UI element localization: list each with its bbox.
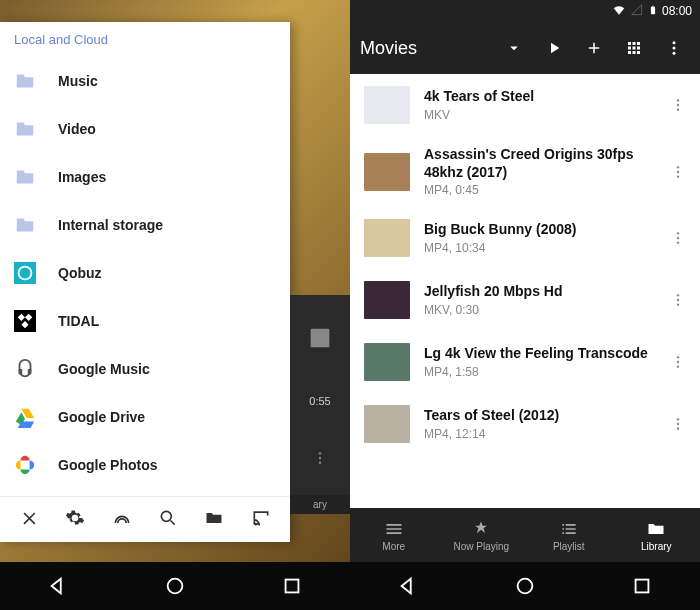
- movie-meta: MKV, 0:30: [424, 303, 652, 317]
- settings-button[interactable]: [52, 508, 98, 532]
- movie-meta: MP4, 10:34: [424, 241, 652, 255]
- svg-point-31: [677, 170, 679, 172]
- svg-point-44: [677, 427, 679, 429]
- wifi-icon: [612, 3, 626, 20]
- back-button[interactable]: [388, 574, 428, 598]
- svg-rect-18: [628, 47, 631, 50]
- movie-more-button[interactable]: [666, 288, 690, 312]
- overflow-button[interactable]: [658, 32, 690, 64]
- tab-label: Playlist: [553, 541, 585, 552]
- svg-point-10: [161, 511, 171, 521]
- drawer-item-dropbox[interactable]: Dropbox: [0, 489, 290, 496]
- movie-more-button[interactable]: [666, 412, 690, 436]
- gmusic-icon: [14, 358, 36, 380]
- movie-meta: MP4, 0:45: [424, 183, 652, 197]
- drawer-item-label: Google Drive: [58, 409, 145, 425]
- svg-rect-22: [633, 51, 636, 54]
- tab-library[interactable]: Library: [613, 508, 701, 562]
- bottom-tabs: More Now Playing Playlist Library: [350, 508, 700, 562]
- grid-button[interactable]: [618, 32, 650, 64]
- add-button[interactable]: [578, 32, 610, 64]
- svg-point-36: [677, 294, 679, 296]
- movie-list[interactable]: 4k Tears of SteelMKVAssassin's Creed Ori…: [350, 74, 700, 508]
- movie-info: 4k Tears of SteelMKV: [424, 88, 652, 122]
- movie-info: Lg 4k View the Feeling TranscodeMP4, 1:5…: [424, 345, 652, 379]
- gphotos-icon: [14, 454, 36, 476]
- svg-point-43: [677, 423, 679, 425]
- signal-icon: [630, 3, 644, 20]
- tab-playlist[interactable]: Playlist: [525, 508, 613, 562]
- drawer-item-label: Google Photos: [58, 457, 158, 473]
- folder-icon: [14, 214, 36, 236]
- movie-more-button[interactable]: [666, 160, 690, 184]
- movie-meta: MP4, 12:14: [424, 427, 652, 441]
- home-button[interactable]: [505, 574, 545, 598]
- svg-rect-13: [651, 6, 655, 14]
- drawer-item-label: Video: [58, 121, 96, 137]
- rainbow-button[interactable]: [99, 508, 145, 532]
- svg-point-1: [319, 452, 321, 454]
- svg-point-41: [677, 365, 679, 367]
- movie-item[interactable]: 4k Tears of SteelMKV: [350, 74, 700, 136]
- movie-more-button[interactable]: [666, 350, 690, 374]
- movie-item[interactable]: Big Buck Bunny (2008)MP4, 10:34: [350, 207, 700, 269]
- drawer-item-google-music[interactable]: Google Music: [0, 345, 290, 393]
- drawer-item-tidal[interactable]: TIDAL: [0, 297, 290, 345]
- back-button[interactable]: [38, 574, 78, 598]
- svg-rect-23: [637, 51, 640, 54]
- tab-label: Library: [641, 541, 672, 552]
- status-bar-left: [0, 0, 350, 22]
- drawer-item-google-drive[interactable]: Google Drive: [0, 393, 290, 441]
- close-button[interactable]: [6, 508, 52, 532]
- movie-meta: MKV: [424, 108, 652, 122]
- drawer-item-google-photos[interactable]: Google Photos: [0, 441, 290, 489]
- cast-button[interactable]: [238, 508, 284, 532]
- movie-thumbnail: [364, 86, 410, 124]
- movie-title: Assassin's Creed Origins 30fps 48khz (20…: [424, 146, 652, 181]
- folder-button[interactable]: [191, 508, 237, 532]
- movie-item[interactable]: Jellyfish 20 Mbps HdMKV, 0:30: [350, 269, 700, 331]
- drawer-item-music[interactable]: Music: [0, 57, 290, 105]
- movie-more-button[interactable]: [666, 226, 690, 250]
- play-button[interactable]: [538, 32, 570, 64]
- qobuz-icon: [14, 262, 36, 284]
- drawer-item-video[interactable]: Video: [0, 105, 290, 153]
- movie-info: Tears of Steel (2012)MP4, 12:14: [424, 407, 652, 441]
- svg-rect-21: [628, 51, 631, 54]
- svg-rect-15: [628, 42, 631, 45]
- svg-point-27: [677, 99, 679, 101]
- dropdown-button[interactable]: [498, 32, 530, 64]
- tab-more[interactable]: More: [350, 508, 438, 562]
- drawer-item-qobuz[interactable]: Qobuz: [0, 249, 290, 297]
- svg-point-24: [673, 41, 676, 44]
- svg-point-26: [673, 52, 676, 55]
- movie-title: 4k Tears of Steel: [424, 88, 652, 106]
- status-bar-right: 08:00: [350, 0, 700, 22]
- tab-label: More: [382, 541, 405, 552]
- recent-button[interactable]: [622, 574, 662, 598]
- movie-info: Jellyfish 20 Mbps HdMKV, 0:30: [424, 283, 652, 317]
- svg-point-34: [677, 237, 679, 239]
- phone-left: 0:55 ary Local and Cloud MusicVideoImage…: [0, 0, 350, 610]
- recent-button[interactable]: [272, 574, 312, 598]
- svg-point-38: [677, 303, 679, 305]
- movie-thumbnail: [364, 281, 410, 319]
- drawer-item-label: TIDAL: [58, 313, 99, 329]
- movie-more-button[interactable]: [666, 93, 690, 117]
- search-button[interactable]: [145, 508, 191, 532]
- svg-point-2: [319, 456, 321, 458]
- folder-icon: [14, 118, 36, 140]
- android-nav-left: [0, 562, 350, 610]
- status-time: 08:00: [662, 4, 692, 18]
- tab-label: Now Playing: [453, 541, 509, 552]
- drawer-item-images[interactable]: Images: [0, 153, 290, 201]
- svg-point-25: [673, 47, 676, 50]
- drawer-item-internal-storage[interactable]: Internal storage: [0, 201, 290, 249]
- movie-item[interactable]: Lg 4k View the Feeling TranscodeMP4, 1:5…: [350, 331, 700, 393]
- movie-item[interactable]: Assassin's Creed Origins 30fps 48khz (20…: [350, 136, 700, 207]
- movie-item[interactable]: Tears of Steel (2012)MP4, 12:14: [350, 393, 700, 455]
- phone-right: 08:00 Movies 4k Tears of SteelMKVAssassi…: [350, 0, 700, 610]
- tab-now-playing[interactable]: Now Playing: [438, 508, 526, 562]
- movie-title: Big Buck Bunny (2008): [424, 221, 652, 239]
- home-button[interactable]: [155, 574, 195, 598]
